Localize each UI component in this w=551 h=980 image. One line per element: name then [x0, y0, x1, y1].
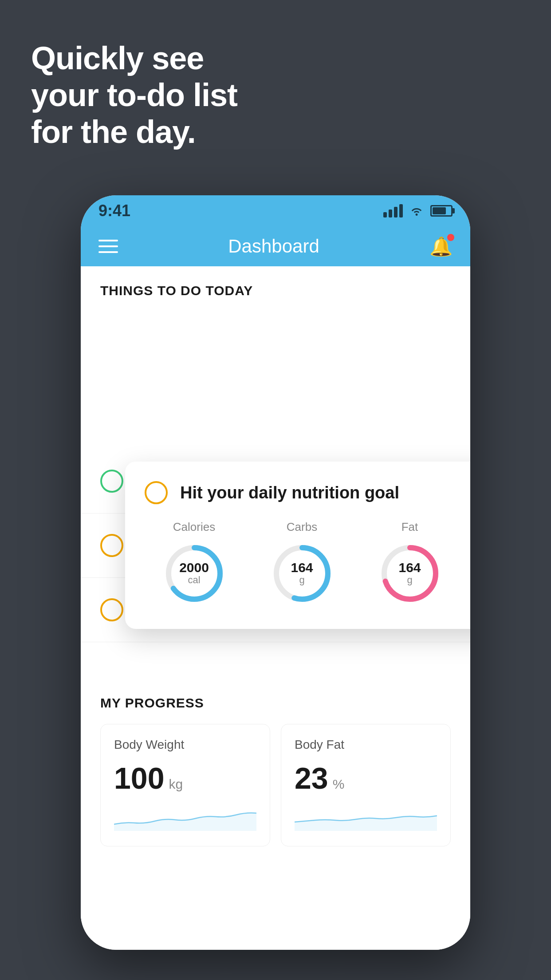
body-weight-num: 100	[114, 761, 164, 795]
body-fat-card[interactable]: Body Fat 23 %	[281, 724, 451, 846]
calories-label-text: Calories	[173, 520, 215, 534]
notification-bell-button[interactable]: 🔔	[429, 236, 453, 257]
calories-label: Calories	[173, 520, 215, 534]
nutrition-stats: Calories 2000 cal Carbs	[145, 520, 470, 607]
body-fat-unit: %	[333, 777, 345, 792]
progress-cards: Body Weight 100 kg Body Fat 23 %	[100, 724, 451, 846]
calories-donut: 2000 cal	[161, 540, 228, 607]
fat-label-text: Fat	[401, 520, 418, 534]
battery-icon	[430, 205, 453, 217]
progress-header: MY PROGRESS	[100, 695, 451, 711]
calories-value: 2000	[179, 561, 209, 574]
things-to-do-header: THINGS TO DO TODAY	[81, 266, 470, 307]
nutrition-card: Hit your daily nutrition goal Calories 2…	[125, 462, 470, 629]
carbs-label-text: Carbs	[287, 520, 317, 534]
status-time: 9:41	[98, 202, 130, 220]
body-weight-card[interactable]: Body Weight 100 kg	[100, 724, 270, 846]
running-check[interactable]	[100, 470, 123, 493]
calories-stat: Calories 2000 cal	[161, 520, 228, 607]
headline-line1: Quickly see	[31, 40, 237, 77]
body-weight-value: 100 kg	[114, 761, 256, 795]
nav-title: Dashboard	[228, 236, 319, 257]
nutrition-title: Hit your daily nutrition goal	[180, 483, 399, 502]
nutrition-check[interactable]	[145, 481, 168, 504]
headline-line2: your to-do list	[31, 77, 237, 114]
middle-spacer	[81, 642, 470, 678]
body-fat-value: 23 %	[295, 761, 437, 795]
carbs-donut: 164 g	[269, 540, 335, 607]
nav-bar: Dashboard 🔔	[81, 226, 470, 266]
status-icons	[383, 204, 453, 217]
fat-value: 164	[398, 561, 421, 574]
card-title-row: Hit your daily nutrition goal	[145, 481, 470, 504]
body-weight-label: Body Weight	[114, 738, 256, 752]
headline-line3: for the day.	[31, 114, 237, 150]
carbs-stat: Carbs 164 g	[269, 520, 335, 607]
signal-bars-icon	[383, 204, 403, 217]
body-stats-check[interactable]	[100, 534, 123, 557]
carbs-center: 164 g	[291, 561, 313, 586]
fat-stat: Fat 164 g	[377, 520, 443, 607]
wifi-icon	[409, 205, 424, 216]
body-fat-sparkline	[295, 804, 437, 831]
phone-mockup: 9:41 Dashboard 🔔 THINGS TO DO TODAY	[81, 195, 470, 950]
progress-section: MY PROGRESS Body Weight 100 kg Body Fat	[81, 678, 470, 864]
carbs-unit: g	[291, 574, 313, 586]
fat-donut: 164 g	[377, 540, 443, 607]
progress-photos-check[interactable]	[100, 598, 123, 621]
fat-center: 164 g	[398, 561, 421, 586]
fat-label: Fat	[401, 520, 418, 534]
body-weight-unit: kg	[169, 777, 183, 792]
carbs-label: Carbs	[287, 520, 317, 534]
card-spacer	[81, 307, 470, 449]
fat-unit: g	[398, 574, 421, 586]
hamburger-menu-button[interactable]	[98, 240, 118, 253]
body-weight-sparkline	[114, 804, 256, 831]
body-fat-num: 23	[295, 761, 328, 795]
headline: Quickly see your to-do list for the day.	[31, 40, 237, 150]
status-bar: 9:41	[81, 195, 470, 226]
calories-unit: cal	[179, 574, 209, 586]
notification-dot	[447, 234, 454, 241]
calories-center: 2000 cal	[179, 561, 209, 586]
carbs-value: 164	[291, 561, 313, 574]
body-fat-label: Body Fat	[295, 738, 437, 752]
